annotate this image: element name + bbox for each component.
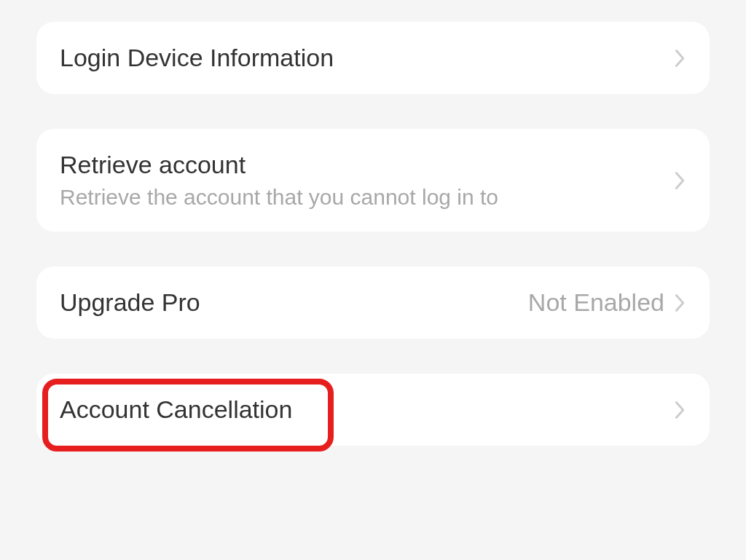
card-content: Account Cancellation	[60, 395, 292, 424]
card-right	[673, 47, 686, 69]
chevron-right-icon	[673, 399, 686, 421]
upgrade-pro-value: Not Enabled	[528, 288, 664, 317]
account-cancellation-item[interactable]: Account Cancellation	[36, 374, 710, 446]
highlight-container: Account Cancellation	[36, 374, 710, 446]
card-content: Retrieve account Retrieve the account th…	[60, 151, 498, 210]
card-right: Not Enabled	[528, 288, 686, 317]
card-right	[673, 399, 686, 421]
upgrade-pro-item[interactable]: Upgrade Pro Not Enabled	[36, 267, 710, 339]
login-device-item[interactable]: Login Device Information	[36, 22, 710, 94]
retrieve-account-title: Retrieve account	[60, 151, 498, 179]
card-content: Login Device Information	[60, 44, 334, 72]
retrieve-account-subtitle: Retrieve the account that you cannot log…	[60, 185, 498, 210]
upgrade-pro-title: Upgrade Pro	[60, 288, 200, 317]
card-content: Upgrade Pro	[60, 288, 200, 317]
chevron-right-icon	[673, 47, 686, 69]
account-cancellation-title: Account Cancellation	[60, 395, 292, 424]
chevron-right-icon	[673, 292, 686, 314]
chevron-right-icon	[673, 170, 686, 192]
card-right	[673, 170, 686, 192]
retrieve-account-item[interactable]: Retrieve account Retrieve the account th…	[36, 129, 710, 232]
login-device-title: Login Device Information	[60, 44, 334, 72]
